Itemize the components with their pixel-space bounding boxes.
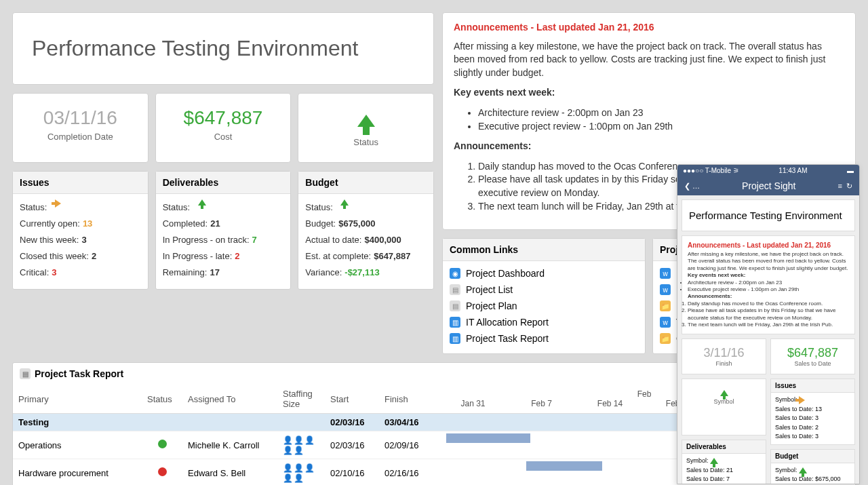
link-item[interactable]: ▤Project List — [450, 282, 638, 298]
phone-stat-cost: $647,887 Sales to Date — [770, 338, 855, 374]
budget-panel: Budget Status: Budget: $675,000Actual to… — [298, 171, 434, 290]
link-item[interactable]: ◉Project Dashboard — [450, 265, 638, 282]
announce-paragraph: After missing a key milestone, we have t… — [454, 40, 844, 80]
arrow-icon — [710, 458, 718, 464]
link-icon: w — [660, 317, 671, 328]
common-links-panel: Common Links ◉Project Dashboard▤Project … — [442, 238, 646, 354]
task-name: Hardware procurement — [13, 459, 142, 485]
gantt-label: Feb 14 — [576, 399, 644, 408]
gantt-bar — [446, 433, 530, 443]
stat-label: Status — [302, 137, 429, 147]
arrow-icon — [799, 396, 805, 404]
phone-panel-header: Issues — [771, 379, 854, 393]
phone-budget-panel: Budget Symbol: Sales to Date: $675,000 — [770, 449, 855, 484]
col-staffing[interactable]: Staffing Size — [277, 385, 325, 414]
col-start[interactable]: Start — [325, 385, 379, 414]
phone-stat-label: Sales to Date — [774, 360, 852, 367]
task-report-title: Project Task Report — [35, 368, 123, 379]
panel-header: Common Links — [443, 239, 645, 261]
task-assignee: Edward S. Bell — [182, 459, 277, 485]
deliverables-panel: Deliverables Status: Completed: 21In Pro… — [155, 171, 292, 290]
stat-completion-date: 03/11/16 Completion Date — [12, 93, 149, 163]
link-icon: ▤ — [450, 284, 460, 295]
phone-announce-header: Announcements - Last updated Jan 21, 201… — [688, 241, 849, 249]
task-finish: 02/16/16 — [379, 459, 433, 485]
phone-stat-label: Symbol — [685, 398, 763, 405]
battery-icon: ▬ — [847, 167, 854, 174]
phone-announce-sub: Key events next week: — [688, 272, 745, 278]
link-label: Project Task Report — [466, 333, 549, 344]
task-start: 02/10/16 — [325, 459, 379, 485]
panels-row: Issues Status: Currently open: 13New thi… — [12, 171, 434, 290]
phone-announce-text: After missing a key milestone, we have t… — [688, 251, 849, 272]
link-item[interactable]: ▤Project Plan — [450, 298, 638, 314]
task-name: Operations — [13, 431, 142, 459]
col-status[interactable]: Status — [142, 385, 182, 414]
link-icon: w — [660, 284, 671, 295]
arrow-up-icon — [720, 390, 728, 396]
phone-app-title: Project Sight — [742, 180, 795, 191]
status-arrow-icon — [55, 199, 61, 208]
arrow-icon — [799, 467, 807, 473]
phone-status-bar: ●●●○○ T-Mobile ⚞ 11:43 AM ▬ — [677, 165, 859, 176]
link-icon: w — [660, 268, 671, 279]
link-icon: ▤ — [450, 300, 460, 311]
gantt-label: Feb 7 — [507, 399, 576, 408]
link-icon: ▥ — [450, 333, 460, 344]
report-icon: ▤ — [20, 368, 31, 379]
arrow-up-icon — [357, 115, 375, 127]
phone-stat-date: 3/11/16 Finish — [682, 338, 766, 374]
col-finish[interactable]: Finish — [379, 385, 433, 414]
phone-panel-header: Budget — [771, 450, 854, 463]
stat-label: Completion Date — [17, 132, 144, 142]
link-label: Project List — [466, 284, 513, 295]
phone-stat-value: $647,887 — [774, 346, 852, 360]
phone-preview: ●●●○○ T-Mobile ⚞ 11:43 AM ▬ ❮ … Project … — [677, 164, 860, 484]
status-dot — [158, 440, 167, 448]
announce-subheader: Key events next week: — [454, 87, 555, 98]
issues-panel: Issues Status: Currently open: 13New thi… — [12, 171, 149, 290]
link-item[interactable]: ▥IT Allocation Report — [450, 314, 638, 330]
phone-carrier: ●●●○○ T-Mobile ⚞ — [683, 167, 739, 174]
phone-stat-value: 3/11/16 — [685, 346, 763, 360]
phone-issues-panel: Issues Symbol: Sales to Date: 13Sales to… — [770, 379, 855, 445]
link-item[interactable]: ▥Project Task Report — [450, 330, 638, 347]
phone-deliverables-panel: Deliverables Symbol: Sales to Date: 21Sa… — [682, 440, 766, 484]
link-icon: ◉ — [450, 268, 460, 279]
stat-value: 03/11/16 — [17, 107, 144, 129]
col-assigned[interactable]: Assigned To — [182, 385, 277, 414]
staffing-icons: 👤👤👤👤👤 — [283, 435, 315, 455]
panel-header: Issues — [13, 172, 148, 194]
task-assignee: Michelle K. Carroll — [182, 431, 277, 459]
panel-header: Deliverables — [156, 172, 291, 194]
phone-time: 11:43 AM — [778, 167, 807, 174]
announce-subheader: Announcements: — [454, 140, 531, 151]
gantt-bar — [526, 461, 602, 471]
link-icon: 📁 — [660, 300, 671, 311]
back-button[interactable]: ❮ … — [684, 182, 700, 191]
status-arrow-icon — [340, 199, 349, 206]
stat-label: Cost — [160, 132, 287, 142]
status-dot — [158, 467, 167, 476]
task-finish: 02/09/16 — [379, 431, 433, 459]
page-title: Performance Testing Environment — [32, 36, 414, 61]
task-start: 02/03/16 — [325, 431, 379, 459]
link-icon: 📁 — [660, 333, 671, 344]
list-item: Architecture review - 2:00pm on Jan 23 — [478, 106, 844, 120]
title-card: Performance Testing Environment — [12, 12, 434, 85]
phone-stat-symbol: Symbol — [682, 379, 766, 435]
col-primary[interactable]: Primary — [13, 385, 142, 414]
phone-panel-header: Deliverables — [682, 440, 766, 454]
staffing-icons: 👤👤👤👤👤 — [283, 463, 315, 483]
link-label: IT Allocation Report — [466, 317, 549, 328]
stat-status: Status — [298, 93, 434, 163]
phone-announce-sub: Announcements: — [688, 293, 732, 299]
phone-stat-label: Finish — [685, 360, 763, 367]
phone-title-card: Performance Testing Environment — [682, 199, 855, 231]
status-arrow-icon — [198, 199, 206, 206]
link-label: Project Plan — [466, 300, 517, 311]
panel-header: Budget — [298, 172, 433, 194]
menu-refresh[interactable]: ≡ ↻ — [837, 182, 852, 191]
list-item: Executive project review - 1:00pm on Jan… — [478, 120, 844, 134]
phone-announce-card: Announcements - Last updated Jan 21, 201… — [682, 235, 855, 334]
